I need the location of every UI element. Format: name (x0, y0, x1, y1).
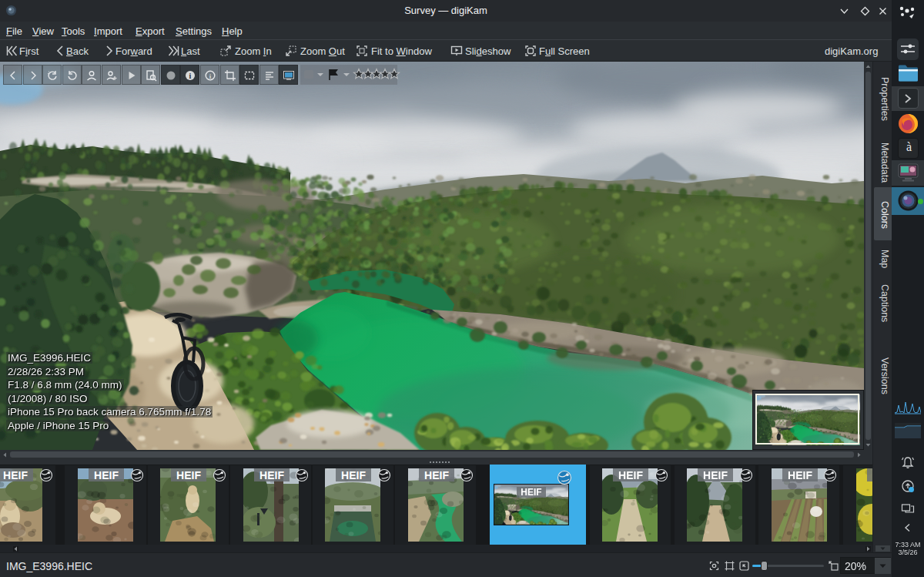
svg-text:HEIF: HEIF (703, 469, 728, 481)
svg-text:i: i (209, 72, 212, 80)
svg-text:HEIF: HEIF (521, 487, 541, 498)
svg-text:HEIF: HEIF (424, 469, 449, 481)
svg-text:HEIF: HEIF (94, 469, 119, 481)
svg-text:HEIF: HEIF (3, 469, 28, 481)
svg-text:HEIF: HEIF (618, 469, 643, 481)
svg-text:HEIF: HEIF (341, 469, 366, 481)
svg-text:HEIF: HEIF (259, 469, 284, 481)
svg-text:i: i (189, 72, 192, 80)
svg-text:HEIF: HEIF (788, 469, 812, 481)
svg-text:HEIF: HEIF (176, 469, 201, 481)
